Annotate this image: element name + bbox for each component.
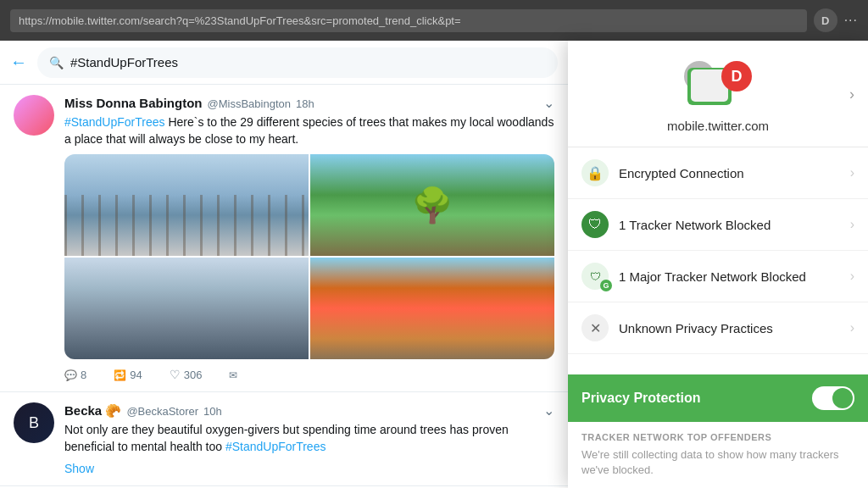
popup-header-chevron[interactable]: › (849, 85, 854, 103)
tweet-item: Miss Donna Babington @MissBabington 18h … (0, 85, 568, 392)
tweet-hashtag-link[interactable]: #StandUpForTrees (64, 115, 165, 129)
popup-item-tracker[interactable]: 🛡 1 Tracker Network Blocked › (568, 199, 868, 251)
tweet-image-forest (310, 154, 554, 256)
tweet-image-tree-dark (64, 258, 309, 359)
tweet-image-winter (64, 154, 309, 256)
reply-count: 8 (81, 369, 86, 381)
browser-chrome: https://mobile.twitter.com/search?q=%23S… (0, 0, 868, 41)
lock-icon: 🔒 (581, 159, 609, 186)
retweet-action[interactable]: 94 (114, 368, 142, 381)
twitter-panel: ← 🔍 #StandUpForTrees Miss Donna Babingto… (0, 41, 568, 488)
popup-item-encrypted[interactable]: 🔒 Encrypted Connection › (568, 147, 868, 199)
reply-action[interactable]: 8 (64, 368, 86, 381)
unknown-privacy-label: Unknown Privacy Practices (619, 321, 840, 336)
shield-multi-icon: 🛡 G (581, 263, 609, 290)
avatar-2: B (14, 402, 54, 443)
main-content: ← 🔍 #StandUpForTrees Miss Donna Babingto… (0, 41, 868, 488)
show-more-link[interactable]: Show (64, 462, 554, 475)
major-tracker-network-label: 1 Major Tracker Network Blocked (619, 269, 840, 284)
popup-item-unknown[interactable]: ✕ Unknown Privacy Practices › (568, 302, 868, 354)
logo-stack: D (684, 61, 752, 112)
encrypted-connection-label: Encrypted Connection (619, 166, 840, 180)
avatar-image (14, 95, 54, 136)
item-chevron-0: › (850, 165, 854, 180)
browser-profile-icon[interactable]: D (814, 8, 837, 32)
retweet-count: 94 (130, 369, 142, 381)
tweet-image-autumn (310, 258, 554, 359)
tweet-author-handle: @MissBabington (208, 97, 291, 110)
shield-icon: 🛡 (581, 211, 609, 238)
privacy-protection-bar: Privacy Protection (568, 374, 868, 422)
like-action[interactable]: 306 (170, 368, 203, 381)
item-chevron-3: › (850, 320, 854, 336)
tweet-text-2: Not only are they beautiful oxygen-giver… (64, 422, 554, 455)
tweet-image-grid (64, 154, 554, 359)
tracker-section-title: TRACKER NETWORK TOP OFFENDERS (581, 432, 854, 442)
avatar-placeholder: B (29, 414, 39, 432)
tracker-network-label: 1 Tracker Network Blocked (619, 218, 840, 232)
x-circle-icon: ✕ (581, 314, 609, 341)
privacy-protection-toggle[interactable] (812, 386, 854, 410)
search-icon: 🔍 (49, 56, 64, 69)
item-chevron-1: › (850, 217, 854, 232)
mail-icon (229, 369, 237, 381)
tweet-text: #StandUpForTrees Here`s to the 29 differ… (64, 114, 554, 147)
search-input-wrap[interactable]: 🔍 #StandUpForTrees (37, 47, 558, 78)
popup-logo-area: D mobile.twitter.com (667, 61, 769, 133)
like-count: 306 (184, 369, 203, 381)
reply-icon (64, 369, 77, 381)
back-button[interactable]: ← (10, 53, 27, 72)
tweet-expand-button[interactable]: ⌄ (543, 95, 554, 111)
logo-d-badge: D (721, 61, 752, 92)
popup-items-list: 🔒 Encrypted Connection › 🛡 1 Tracker Net… (568, 147, 868, 374)
item-chevron-2: › (850, 269, 854, 284)
search-bar: ← 🔍 #StandUpForTrees (0, 41, 568, 85)
tweet-author-handle-2: @BeckaStorer (126, 405, 198, 418)
like-icon (170, 368, 181, 381)
tweet-body-2: Becka 🥐 @BeckaStorer 10h ⌄ Not only are … (64, 402, 554, 475)
avatar (14, 95, 54, 136)
popup-site-name: mobile.twitter.com (667, 119, 769, 133)
avatar-image-2: B (14, 402, 54, 443)
tweet-body: Miss Donna Babington @MissBabington 18h … (64, 95, 554, 381)
tracker-section: TRACKER NETWORK TOP OFFENDERS We're stil… (568, 422, 868, 488)
search-query-text: #StandUpForTrees (70, 55, 178, 69)
popup-header: D mobile.twitter.com › (568, 41, 868, 147)
share-action[interactable] (229, 368, 237, 381)
browser-menu-dots[interactable]: ··· (844, 13, 858, 28)
tweet-time-2: 10h (203, 405, 222, 418)
tweet-header: Miss Donna Babington @MissBabington 18h … (64, 95, 554, 111)
tweet-hashtag-link-2[interactable]: #StandUpForTrees (225, 440, 326, 453)
tweet-expand-button-2[interactable]: ⌄ (543, 402, 554, 419)
tweet-time: 18h (296, 97, 314, 110)
tweet-header-2: Becka 🥐 @BeckaStorer 10h ⌄ (64, 402, 554, 419)
toggle-knob (832, 388, 853, 408)
privacy-popup: D mobile.twitter.com › 🔒 Encrypted Conne… (568, 41, 868, 488)
tracker-section-text: We're still collecting data to show how … (581, 447, 854, 478)
tweet-actions: 8 94 306 (64, 368, 554, 381)
popup-item-major-tracker[interactable]: 🛡 G 1 Major Tracker Network Blocked › (568, 251, 868, 302)
tweet-item-2: B Becka 🥐 @BeckaStorer 10h ⌄ Not only ar… (0, 392, 568, 486)
retweet-icon (114, 369, 126, 381)
tweet-author-name: Miss Donna Babington (64, 96, 203, 110)
privacy-protection-label: Privacy Protection (581, 391, 802, 406)
url-bar[interactable]: https://mobile.twitter.com/search?q=%23S… (10, 9, 807, 32)
tweet-author-name-2: Becka 🥐 (64, 403, 121, 419)
